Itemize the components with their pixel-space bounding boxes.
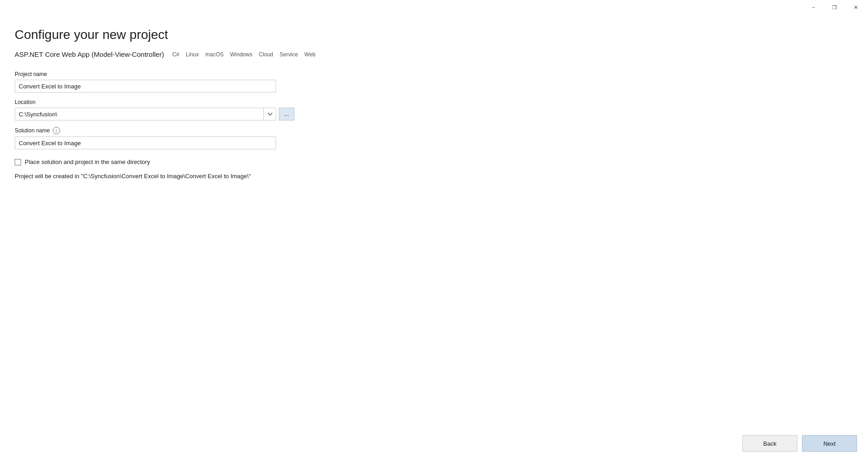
solution-name-input[interactable] [15,137,276,149]
close-button[interactable]: ✕ [845,0,866,15]
same-directory-label[interactable]: Place solution and project in the same d… [25,158,150,165]
tag-windows: Windows [228,51,254,58]
main-window: − ❐ ✕ Configure your new project ASP.NET… [0,0,868,459]
browse-label: ... [284,111,289,117]
project-path-text: Project will be created in "C:\Syncfusio… [15,173,853,180]
tag-web: Web [303,51,317,58]
project-name-label: Project name [15,71,299,77]
location-label: Location [15,99,299,105]
info-icon: i [53,127,60,134]
page-title: Configure your new project [15,27,853,42]
minimize-button[interactable]: − [803,0,824,15]
location-input-wrapper [15,108,276,120]
title-bar-controls: − ❐ ✕ [803,0,866,15]
same-directory-checkbox[interactable] [15,159,21,165]
restore-button[interactable]: ❐ [824,0,845,15]
tag-service: Service [278,51,300,58]
solution-name-label: Solution name [15,127,50,134]
title-bar: − ❐ ✕ [0,0,868,15]
location-group: Location ... [15,99,299,120]
back-button[interactable]: Back [742,435,797,452]
solution-name-label-row: Solution name i [15,127,299,134]
tag-list: C# Linux macOS Windows Cloud Service Web [171,51,318,58]
project-name-group: Project name [15,71,299,93]
tag-csharp: C# [171,51,181,58]
next-button[interactable]: Next [802,435,857,452]
close-icon: ✕ [854,5,858,11]
main-content: Configure your new project ASP.NET Core … [0,15,868,430]
next-label: Next [824,440,836,447]
footer: Back Next [0,430,868,459]
restore-icon: ❐ [832,5,837,11]
same-directory-row: Place solution and project in the same d… [15,158,299,165]
minimize-icon: − [812,5,815,10]
location-row: ... [15,108,299,120]
project-type-row: ASP.NET Core Web App (Model-View-Control… [15,50,853,58]
tag-cloud: Cloud [257,51,275,58]
solution-name-group: Solution name i [15,127,299,149]
project-type-name: ASP.NET Core Web App (Model-View-Control… [15,50,164,58]
tag-macos: macOS [204,51,226,58]
location-input[interactable] [15,108,276,120]
back-label: Back [763,440,777,447]
form-section: Project name Location [15,71,299,165]
browse-button[interactable]: ... [279,108,294,120]
project-name-input[interactable] [15,80,276,93]
tag-linux: Linux [184,51,201,58]
